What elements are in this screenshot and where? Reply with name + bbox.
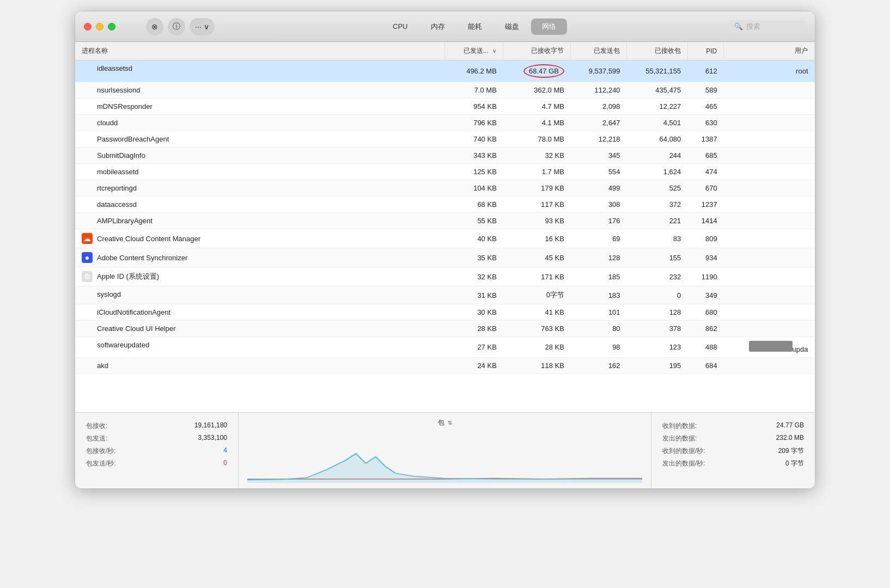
cell-sent-bytes: 40 KB bbox=[445, 229, 503, 248]
data-value-received: 24.77 GB bbox=[776, 421, 804, 431]
more-button[interactable]: ··· ∨ bbox=[190, 18, 215, 35]
footer-chart: 包 ⇅ bbox=[239, 413, 651, 488]
search-input[interactable] bbox=[746, 22, 801, 30]
cell-sent-bytes: 796 KB bbox=[445, 115, 503, 131]
cell-recv-bytes: 45 KB bbox=[503, 248, 571, 267]
cell-recv-packets: 64,080 bbox=[627, 131, 688, 148]
cell-pid: 1414 bbox=[687, 213, 723, 229]
cell-recv-packets: 435,475 bbox=[627, 82, 688, 99]
chart-sort-icon[interactable]: ⇅ bbox=[448, 420, 452, 426]
cell-pid: 862 bbox=[687, 321, 723, 337]
col-header-recv-packets[interactable]: 已接收包 bbox=[627, 42, 688, 60]
cell-recv-packets: 123 bbox=[627, 337, 688, 358]
tab-disk[interactable]: 磁盘 bbox=[494, 19, 530, 35]
table-row[interactable]: rtcreportingd104 KB179 KB499525670 bbox=[75, 180, 815, 197]
cell-recv-bytes: 4.7 MB bbox=[503, 99, 571, 115]
close-button[interactable] bbox=[84, 23, 92, 30]
process-name: Creative Cloud Content Manager bbox=[97, 235, 200, 243]
stat-label-packets-recv-sec: 包接收/秒: bbox=[86, 446, 116, 456]
data-row-sent: 发出的数据: 232.0 MB bbox=[662, 434, 804, 443]
maximize-button[interactable] bbox=[108, 23, 115, 30]
cell-user bbox=[724, 286, 815, 304]
cell-recv-packets: 221 bbox=[627, 213, 688, 229]
stat-row-packets-sent-sec: 包发送/秒: 0 bbox=[86, 459, 227, 468]
cell-sent-bytes: 954 KB bbox=[445, 99, 503, 115]
minimize-button[interactable] bbox=[96, 23, 103, 30]
cell-user bbox=[724, 82, 815, 99]
table-row[interactable]: mobileassetd125 KB1.7 MB5541,624474 bbox=[75, 164, 815, 180]
stop-button[interactable]: ⊗ bbox=[146, 18, 163, 35]
table-row[interactable]: akd24 KB118 KB162195684 bbox=[75, 358, 815, 374]
col-header-user[interactable]: 用户 bbox=[724, 42, 815, 60]
data-label-received: 收到的数据: bbox=[662, 421, 697, 431]
cell-recv-bytes: 68.47 GB bbox=[503, 60, 571, 82]
process-name: softwareupdated bbox=[97, 341, 149, 349]
col-header-recv[interactable]: 已接收字节 bbox=[503, 42, 571, 60]
adobe-icon: ● bbox=[82, 252, 93, 263]
cell-name: AMPLibraryAgent bbox=[75, 213, 445, 229]
cell-sent-bytes: 30 KB bbox=[445, 304, 503, 321]
chart-title: 包 bbox=[438, 418, 444, 427]
data-row-received: 收到的数据: 24.77 GB bbox=[662, 421, 804, 431]
cell-sent-packets: 185 bbox=[571, 267, 627, 286]
cell-sent-packets: 69 bbox=[571, 229, 627, 248]
cell-name: syslogd bbox=[75, 286, 445, 302]
table-row[interactable]: syslogd31 KB0字节1830349 bbox=[75, 286, 815, 304]
cell-name: ●Adobe Content Synchronizer bbox=[75, 248, 445, 267]
cell-name: softwareupdated bbox=[75, 337, 445, 353]
creative-cloud-icon: ☁ bbox=[82, 233, 93, 244]
table-row[interactable]: AMPLibraryAgent55 KB93 KB1762211414 bbox=[75, 213, 815, 229]
cell-pid: 1387 bbox=[687, 131, 723, 148]
stat-label-packets-sent: 包发送: bbox=[86, 434, 107, 443]
cell-user bbox=[724, 304, 815, 321]
table-row[interactable]: ☁Creative Cloud Content Manager40 KB16 K… bbox=[75, 229, 815, 248]
cell-name: cloudd bbox=[75, 115, 445, 131]
cell-recv-packets: 378 bbox=[627, 321, 688, 337]
cell-sent-bytes: 31 KB bbox=[445, 286, 503, 304]
data-row-recv-sec: 收到的数据/秒: 209 字节 bbox=[662, 446, 804, 456]
cell-user bbox=[724, 148, 815, 164]
tab-energy[interactable]: 能耗 bbox=[457, 19, 493, 35]
table-row[interactable]: dataaccessd68 KB117 KB3083721237 bbox=[75, 197, 815, 213]
col-header-sent-packets[interactable]: 已发送包 bbox=[571, 42, 627, 60]
info-button[interactable]: ⓘ bbox=[168, 18, 185, 35]
cell-sent-bytes: 125 KB bbox=[445, 164, 503, 180]
table-row[interactable]: PasswordBreachAgent740 KB78.0 MB12,21864… bbox=[75, 131, 815, 148]
cell-recv-packets: 372 bbox=[627, 197, 688, 213]
process-name: mDNSResponder bbox=[97, 102, 153, 111]
cell-recv-packets: 525 bbox=[627, 180, 688, 197]
table-row[interactable]: Creative Cloud UI Helper28 KB763 KB80378… bbox=[75, 321, 815, 337]
col-header-sent[interactable]: 已发送... ∨ bbox=[445, 42, 503, 60]
cell-name: ☁Creative Cloud Content Manager bbox=[75, 229, 445, 248]
tab-memory[interactable]: 内存 bbox=[420, 19, 456, 35]
cell-sent-bytes: 343 KB bbox=[445, 148, 503, 164]
table-row[interactable]: cloudd796 KB4.1 MB2,6474,501630 bbox=[75, 115, 815, 131]
cell-recv-bytes: 41 KB bbox=[503, 304, 571, 321]
table-row[interactable]: nsurlsessiond7.0 MB362.0 MB112,240435,47… bbox=[75, 82, 815, 99]
cell-pid: 1190 bbox=[687, 267, 723, 286]
table-row[interactable]: idleassetsd496.2 MB68.47 GB9,537,59955,3… bbox=[75, 60, 815, 82]
table-row[interactable]: ●Adobe Content Synchronizer35 KB45 KB128… bbox=[75, 248, 815, 267]
table-row[interactable]: softwareupdated27 KB28 KB98123488upda bbox=[75, 337, 815, 358]
process-name: Apple ID (系统设置) bbox=[97, 272, 159, 281]
cell-pid: 670 bbox=[687, 180, 723, 197]
cell-recv-bytes: 28 KB bbox=[503, 337, 571, 358]
cell-name: rtcreportingd bbox=[75, 180, 445, 196]
process-name: dataaccessd bbox=[97, 200, 137, 209]
col-header-pid[interactable]: PID bbox=[687, 42, 723, 60]
table-row[interactable]: SubmitDiagInfo343 KB32 KB345244685 bbox=[75, 148, 815, 164]
footer-data: 收到的数据: 24.77 GB 发出的数据: 232.0 MB 收到的数据/秒:… bbox=[651, 413, 815, 488]
table-row[interactable]: ⚙Apple ID (系统设置)32 KB171 KB1852321190 bbox=[75, 267, 815, 286]
cell-name: mDNSResponder bbox=[75, 99, 445, 114]
cell-user bbox=[724, 321, 815, 337]
table-row[interactable]: mDNSResponder954 KB4.7 MB2,09812,227465 bbox=[75, 99, 815, 115]
cell-pid: 809 bbox=[687, 229, 723, 248]
search-bar[interactable]: 🔍 bbox=[729, 20, 806, 33]
process-tbody: idleassetsd496.2 MB68.47 GB9,537,59955,3… bbox=[75, 60, 815, 374]
col-header-name[interactable]: 进程名称 bbox=[75, 42, 445, 60]
cell-sent-bytes: 7.0 MB bbox=[445, 82, 503, 99]
table-row[interactable]: iCloudNotificationAgent30 KB41 KB1011286… bbox=[75, 304, 815, 321]
cell-pid: 488 bbox=[687, 337, 723, 358]
tab-cpu[interactable]: CPU bbox=[382, 19, 418, 35]
tab-network[interactable]: 网络 bbox=[531, 19, 567, 35]
